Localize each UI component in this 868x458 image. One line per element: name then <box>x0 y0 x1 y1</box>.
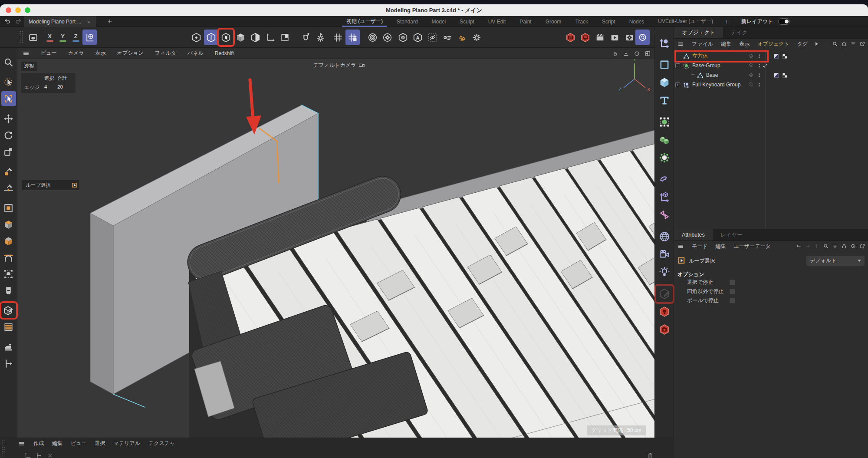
layout-tab-nodes[interactable]: Nodes <box>622 16 651 27</box>
viewport-menu-カメラ[interactable]: カメラ <box>68 49 84 57</box>
generator-button[interactable] <box>656 114 673 130</box>
bridge-tool-button[interactable] <box>1 250 16 265</box>
interface-toggle[interactable] <box>778 18 790 25</box>
target-icon[interactable] <box>850 243 856 249</box>
field-button[interactable] <box>656 149 673 166</box>
hamburger-icon[interactable] <box>18 440 25 447</box>
menu-モード[interactable]: モード <box>692 243 708 250</box>
axis-mode-button[interactable] <box>263 30 277 45</box>
snap-magnet-button[interactable] <box>299 30 313 45</box>
material-menu-作成[interactable]: 作成 <box>33 440 44 447</box>
trash-icon[interactable] <box>647 452 654 458</box>
layout-tab-paint[interactable]: Paint <box>513 16 538 27</box>
new-layout-button[interactable]: 新レイアウト <box>736 16 778 27</box>
rect-selection-button[interactable] <box>1 91 16 106</box>
text-object-button[interactable] <box>656 92 673 109</box>
loop-cut-button[interactable] <box>1 320 16 334</box>
viewport-menu-パネル[interactable]: パネル <box>187 49 204 57</box>
environment-button[interactable] <box>656 228 673 245</box>
menu-オブジェクト[interactable]: オブジェクト <box>757 40 789 48</box>
pen-point-button[interactable] <box>1 164 16 179</box>
layout-tab-uvedituser[interactable]: UVEdit-User (ユーザー) <box>651 16 720 27</box>
menu-表示[interactable]: 表示 <box>739 40 750 48</box>
volume-button[interactable] <box>656 132 673 148</box>
layout-tab-script[interactable]: Script <box>595 16 622 27</box>
menu-編集[interactable]: 編集 <box>721 40 731 48</box>
object-manager-tab[interactable]: オブジェクト <box>674 27 723 38</box>
3d-viewport[interactable]: ビューカメラ表示オプションフィルタパネルRedshift 透視 デフォルトカメラ… <box>17 48 654 438</box>
frame-all-icon[interactable] <box>623 50 629 57</box>
undo-button[interactable] <box>3 16 12 26</box>
rotate-tool-button[interactable] <box>1 128 16 142</box>
bevel-tool-button[interactable] <box>1 267 16 281</box>
menu-ファイル[interactable]: ファイル <box>692 40 713 48</box>
arrow-left-icon[interactable] <box>796 243 802 249</box>
interactive-render-button[interactable] <box>635 30 650 45</box>
search-icon[interactable] <box>832 41 838 47</box>
spline-button[interactable] <box>656 56 673 73</box>
layer-diamond-icon[interactable] <box>748 82 754 88</box>
arrow-up-icon[interactable] <box>814 243 820 249</box>
grid-button[interactable] <box>331 30 345 45</box>
object-manager-tab[interactable]: テイク <box>723 27 755 38</box>
material-panel-grip[interactable] <box>2 440 5 457</box>
viewport-menu-ビュー[interactable]: ビュー <box>41 49 57 57</box>
extrude-bottom-button[interactable] <box>1 234 16 248</box>
overlay-warning-button[interactable] <box>455 30 469 45</box>
rect-shape-button[interactable] <box>1 201 16 215</box>
layout-grid-icon[interactable] <box>644 50 651 57</box>
redshift-camera-button[interactable] <box>656 321 673 338</box>
hide-selection-button[interactable] <box>425 30 440 45</box>
layout-tab-sculpt[interactable]: Sculpt <box>453 16 481 27</box>
document-tab[interactable]: Modeling Piano Part ... <box>24 16 96 27</box>
preset-dropdown[interactable]: デフォルト <box>806 256 865 266</box>
weld-mask-button[interactable] <box>1 283 16 298</box>
layout-tab-groom[interactable]: Groom <box>539 16 569 27</box>
camera-label[interactable]: デフォルトカメラ <box>313 62 365 69</box>
display-hex-eye-button[interactable] <box>396 30 410 45</box>
null-object-button[interactable] <box>656 35 673 51</box>
texture-tag-icon[interactable] <box>782 72 788 79</box>
dots-icon[interactable] <box>756 72 763 79</box>
checkbox[interactable] <box>730 280 735 285</box>
material-menu-マテリアル[interactable]: マテリアル <box>114 440 140 447</box>
viewport-canvas[interactable] <box>17 48 654 438</box>
render-settings-button[interactable] <box>622 30 637 45</box>
model-mode-button[interactable] <box>233 30 248 45</box>
redshift-material-button[interactable] <box>656 286 673 302</box>
attributes-tab[interactable]: Attributes <box>674 229 713 241</box>
texture-tag-icon[interactable] <box>782 53 788 59</box>
live-selection-button[interactable] <box>1 75 16 89</box>
toolbar-grip[interactable] <box>19 30 23 44</box>
close-tab-icon[interactable] <box>86 19 92 24</box>
checkbox[interactable] <box>730 289 735 294</box>
display-options-button[interactable] <box>440 30 454 45</box>
menu-編集[interactable]: 編集 <box>716 243 726 250</box>
layout-tab-track[interactable]: Track <box>568 16 595 27</box>
render-clapper-button[interactable] <box>593 30 607 45</box>
deformer-button[interactable] <box>656 171 673 188</box>
snap-settings-button[interactable] <box>313 30 328 45</box>
lock-icon[interactable] <box>841 243 847 249</box>
display-hex-a-button[interactable]: A <box>411 30 425 45</box>
render-view-button[interactable]: RV <box>563 30 578 45</box>
axis-lock-x-button[interactable]: X <box>43 30 56 45</box>
redshift-light-button[interactable] <box>656 303 673 320</box>
material-menu-ビュー[interactable]: ビュー <box>71 440 87 447</box>
popout-icon[interactable] <box>859 243 865 249</box>
object-row-Full-Keyboard Group[interactable]: +Full-Keyboard Group <box>674 80 868 89</box>
knife-tool-button[interactable] <box>1 303 16 318</box>
render-monitor-button[interactable] <box>578 30 592 45</box>
home-icon[interactable] <box>841 41 847 47</box>
phong-tag-icon[interactable] <box>773 53 779 59</box>
search-icon[interactable] <box>823 243 829 249</box>
history-icon[interactable] <box>634 50 640 57</box>
zoom-tool-button[interactable] <box>1 55 16 69</box>
move-tool-button[interactable] <box>1 111 16 126</box>
layout-tab-model[interactable]: Model <box>425 16 453 27</box>
viewport-menu-表示[interactable]: 表示 <box>95 49 105 57</box>
camera-object-button[interactable] <box>656 246 673 263</box>
redo-button[interactable] <box>13 16 23 26</box>
light-object-button[interactable] <box>656 264 673 280</box>
layout-tab-add[interactable]: + <box>720 16 732 27</box>
